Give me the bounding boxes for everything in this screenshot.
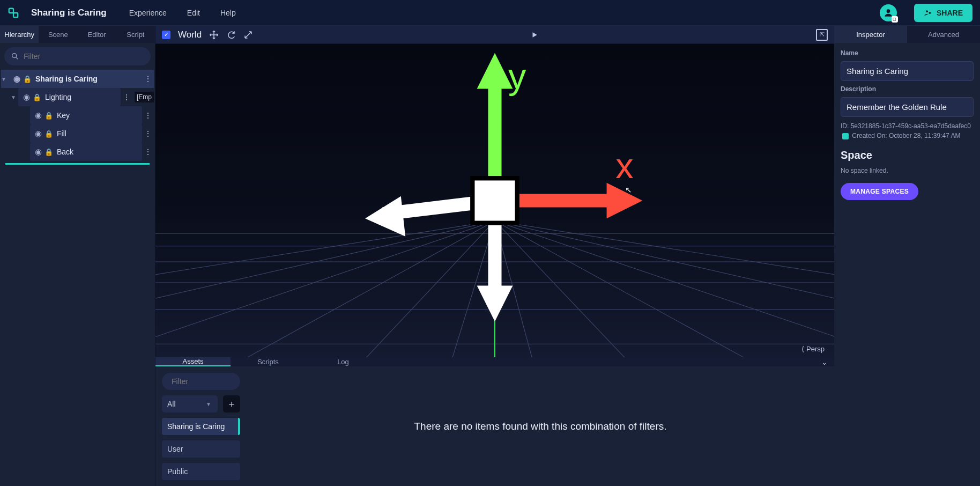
menu-experience[interactable]: Experience	[125, 5, 171, 20]
tree-tag: [Emp	[135, 92, 154, 102]
menu-help[interactable]: Help	[216, 5, 240, 20]
description-field[interactable]: Remember the Golden Rule	[841, 97, 974, 117]
tab-assets[interactable]: Assets	[155, 357, 231, 366]
lock-icon[interactable]: 🔒	[44, 130, 54, 138]
copy-id-icon[interactable]	[842, 133, 849, 139]
app-logo-icon	[8, 7, 19, 19]
space-heading: Space	[841, 149, 974, 161]
tree-group-lighting[interactable]: ▼ ◉ 🔒 Lighting ⋮ [Emp	[1, 88, 154, 106]
svg-text:x: x	[615, 146, 633, 186]
rotate-tool-icon[interactable]	[226, 30, 236, 40]
name-field[interactable]: Sharing is Caring	[841, 61, 974, 81]
tab-script[interactable]: Script	[116, 26, 155, 43]
visibility-icon[interactable]: ◉	[32, 147, 44, 157]
viewport-toolbar: ✓ World ⇱	[155, 26, 834, 44]
svg-marker-27	[477, 53, 513, 89]
accent-bar	[5, 163, 150, 165]
move-tool-icon[interactable]	[209, 30, 219, 40]
tree-item-fill[interactable]: ◉ 🔒 Fill ⋮	[1, 124, 154, 143]
visibility-icon[interactable]: ◉	[32, 111, 44, 120]
avatar-badge-icon: ◻	[892, 16, 898, 23]
tab-scene[interactable]: Scene	[39, 26, 77, 43]
perspective-label[interactable]: ⟨ Persp	[801, 345, 825, 353]
visibility-icon[interactable]: ◉	[11, 74, 23, 84]
lock-icon[interactable]: 🔒	[32, 93, 42, 101]
tree-row-menu[interactable]: ⋮	[142, 70, 154, 88]
svg-rect-0	[9, 8, 13, 12]
name-label: Name	[841, 49, 974, 57]
chevron-down-icon: ▼	[206, 401, 212, 407]
tab-scripts[interactable]: Scripts	[231, 357, 306, 366]
meta-info: ID: 5e321885-1c37-459c-aa53-ea7d5daafec0…	[841, 121, 974, 141]
hierarchy-filter-input[interactable]	[24, 52, 144, 61]
share-button-label: SHARE	[937, 9, 963, 17]
assets-empty-message: There are no items found with this combi…	[247, 366, 834, 486]
avatar[interactable]: ◻	[880, 4, 897, 21]
visibility-icon[interactable]: ◉	[32, 129, 44, 138]
tab-editor[interactable]: Editor	[78, 26, 116, 43]
svg-point-5	[12, 54, 17, 58]
world-label: World	[178, 30, 202, 40]
svg-point-4	[929, 12, 931, 14]
svg-point-2	[887, 9, 890, 13]
collapse-icon[interactable]: ▼	[11, 94, 18, 100]
share-button[interactable]: SHARE	[914, 4, 972, 22]
category-public[interactable]: Public	[162, 463, 240, 480]
description-label: Description	[841, 85, 974, 93]
tree-item-back[interactable]: ◉ 🔒 Back ⋮	[1, 143, 154, 161]
manage-spaces-button[interactable]: MANAGE SPACES	[841, 183, 918, 200]
hierarchy-filter[interactable]	[4, 47, 151, 65]
lock-icon[interactable]: 🔒	[44, 112, 54, 120]
tab-log[interactable]: Log	[306, 357, 381, 366]
collapse-icon[interactable]: ▼	[1, 76, 9, 82]
assets-filter[interactable]	[162, 373, 240, 390]
axis-gizmo-icon[interactable]: y x	[155, 44, 834, 357]
play-button[interactable]	[531, 31, 538, 39]
tree-item-key[interactable]: ◉ 🔒 Key ⋮	[1, 106, 154, 124]
add-asset-button[interactable]: ＋	[223, 395, 240, 413]
space-status: No space linked.	[841, 166, 974, 175]
tab-inspector[interactable]: Inspector	[834, 26, 907, 43]
top-bar: Sharing is Caring Experience Edit Help ◻…	[0, 0, 980, 26]
world-checkbox[interactable]: ✓	[162, 31, 170, 39]
app-title: Sharing is Caring	[31, 8, 107, 18]
tree-row-menu[interactable]: ⋮	[121, 88, 132, 106]
svg-text:y: y	[508, 56, 526, 96]
category-project[interactable]: Sharing is Caring	[162, 418, 240, 435]
tree-root[interactable]: ▼ ◉ 🔒 Sharing is Caring ⋮	[1, 70, 154, 88]
svg-marker-35	[477, 286, 513, 322]
svg-marker-30	[607, 183, 643, 219]
fullscreen-button[interactable]: ⇱	[816, 29, 828, 41]
tab-advanced[interactable]: Advanced	[907, 26, 980, 43]
visibility-icon[interactable]: ◉	[20, 92, 32, 102]
right-panel: Inspector Advanced Name Sharing is Carin…	[834, 26, 980, 486]
hierarchy-tree: ▼ ◉ 🔒 Sharing is Caring ⋮ ▼ ◉ 🔒 Lighting…	[0, 70, 155, 165]
bottom-tabs: Assets Scripts Log ⌄	[155, 357, 834, 366]
lock-icon[interactable]: 🔒	[23, 75, 32, 83]
category-user[interactable]: User	[162, 440, 240, 458]
assets-scope-dropdown[interactable]: All▼	[162, 395, 218, 413]
left-panel: Hierarchy Scene Editor Script ▼ ◉ 🔒 Shar…	[0, 26, 155, 486]
svg-line-6	[16, 57, 18, 59]
collapse-panel-icon[interactable]: ⌄	[821, 358, 828, 366]
assets-sidebar: All▼ ＋ Sharing is Caring User Public	[155, 366, 247, 486]
bottom-panel: Assets Scripts Log ⌄ All▼ ＋ Sharing is C	[155, 357, 834, 486]
tree-item-label: Key	[54, 111, 142, 120]
svg-marker-33	[365, 196, 405, 237]
viewport[interactable]: y x ⟨ Persp ↖	[155, 44, 834, 357]
tree-item-label: Fill	[54, 129, 142, 138]
tree-row-menu[interactable]: ⋮	[142, 143, 154, 161]
lock-icon[interactable]: 🔒	[44, 148, 54, 156]
tab-hierarchy[interactable]: Hierarchy	[0, 26, 39, 43]
tree-item-label: Back	[54, 148, 142, 156]
search-icon	[11, 52, 19, 61]
tree-root-label: Sharing is Caring	[32, 75, 139, 83]
tree-row-menu[interactable]: ⋮	[142, 124, 154, 143]
svg-rect-1	[13, 13, 18, 17]
center-panel: ✓ World ⇱ y x ⟨ Persp	[155, 26, 834, 486]
svg-rect-36	[472, 178, 517, 223]
tree-row-menu[interactable]: ⋮	[142, 106, 154, 124]
scale-tool-icon[interactable]	[243, 30, 253, 40]
menu-edit[interactable]: Edit	[183, 5, 204, 20]
svg-point-3	[926, 10, 928, 12]
